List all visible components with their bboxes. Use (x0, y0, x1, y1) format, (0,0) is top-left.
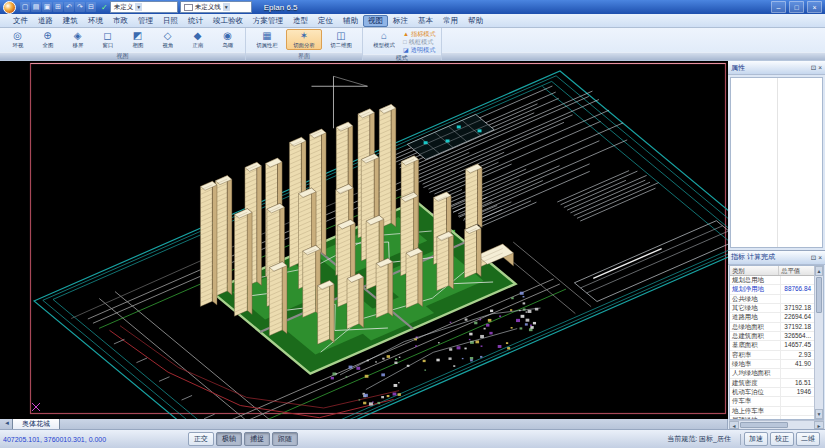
toolbar-button[interactable]: ◫ 切二维图 (323, 29, 359, 50)
toolbar-button[interactable]: ◉ 鸟瞰 (213, 29, 242, 50)
toolbar-button-label: 视角 (162, 42, 173, 48)
indicator-name: 绿地率 (730, 360, 781, 368)
indicator-row[interactable]: 地上停车率 (730, 407, 814, 416)
indicator-row[interactable]: 建筑密度 16.51 (730, 379, 814, 388)
mode-menu-item[interactable]: ◪ 透明模式 (403, 46, 436, 54)
scroll-down-icon[interactable]: ▼ (815, 409, 823, 419)
menu-item[interactable]: 环境 (83, 15, 108, 27)
status-right-button[interactable]: 校正 (770, 432, 794, 446)
quick-access-icon[interactable]: ⊞ (53, 2, 63, 12)
quick-access-icon[interactable]: ↷ (75, 2, 85, 12)
scroll-up-icon[interactable]: ▲ (815, 266, 823, 276)
scroll-right-icon[interactable]: ► (814, 421, 824, 429)
toolbar-button[interactable]: ✶ 切面分析 (286, 29, 322, 50)
quick-access-icon[interactable]: ▣ (42, 2, 52, 12)
tab-scroll-left-icon[interactable]: ◄ (2, 418, 12, 429)
menu-item[interactable]: 帮助 (463, 15, 488, 27)
menu-item[interactable]: 市政 (108, 15, 133, 27)
toolbar-button[interactable]: ◻ 窗口 (93, 29, 122, 50)
status-toggle-button[interactable]: 正交 (188, 432, 214, 446)
application-window: ▢▤▣⊞↶↷⊟ ✓ 未定义 ▼ 未定义线 ▼ Eplan 6.5 – □ × 文… (0, 0, 825, 448)
properties-panel: 属性 ⊡ × (728, 61, 825, 250)
toolbar-button[interactable]: ⊕ 全图 (33, 29, 62, 50)
close-icon[interactable]: × (818, 63, 822, 72)
maximize-button[interactable]: □ (789, 1, 804, 13)
quick-access-icon[interactable]: ⊟ (86, 2, 96, 12)
model-mode-button[interactable]: ⌂ 模型模式 (366, 29, 402, 50)
properties-list[interactable] (730, 77, 823, 248)
menu-item[interactable]: 文件 (8, 15, 33, 27)
menu-item[interactable]: 方案管理 (248, 15, 288, 27)
status-right-button[interactable]: 加速 (744, 432, 768, 446)
toolbar-button[interactable]: ◎ 环视 (3, 29, 32, 50)
toolbar-button[interactable]: ◇ 视角 (153, 29, 182, 50)
scrollbar-thumb[interactable] (740, 422, 788, 428)
quick-access-icon[interactable]: ▢ (20, 2, 30, 12)
menu-item[interactable]: 管理 (133, 15, 158, 27)
horizontal-scrollbar[interactable]: ◄ ► (729, 420, 824, 429)
menu-item[interactable]: 定位 (313, 15, 338, 27)
pin-icon[interactable]: ⊡ (811, 253, 816, 262)
toolbar-button-label: 模型模式 (373, 42, 395, 48)
indicator-row[interactable]: 绿地率 41.90 (730, 360, 814, 369)
linetype-combo[interactable]: 未定义线 ▼ (180, 1, 252, 13)
menu-item[interactable]: 竣工验收 (208, 15, 248, 27)
menu-item[interactable]: 视图 (363, 15, 388, 27)
menu-item[interactable]: 日照 (158, 15, 183, 27)
minimize-button[interactable]: – (771, 1, 786, 13)
mode-icon: ▲ (403, 31, 409, 37)
indicator-value (781, 369, 812, 377)
menu-item[interactable]: 基本 (413, 15, 438, 27)
menu-item[interactable]: 统计 (183, 15, 208, 27)
app-logo-icon[interactable] (3, 1, 16, 14)
indicator-name: 其它绿地 (730, 304, 781, 312)
toolbar-button-icon: ◩ (133, 30, 142, 42)
indicator-row[interactable]: 人均绿地面积 (730, 369, 814, 378)
status-toggle-button[interactable]: 极轴 (216, 432, 242, 446)
menu-item[interactable]: 辅助 (338, 15, 363, 27)
close-button[interactable]: × (807, 1, 822, 13)
indicator-row[interactable]: 道路用地 22694.64 2 (730, 313, 814, 322)
indicator-row[interactable]: 其它绿地 37192.18 3 (730, 304, 814, 313)
layer-combo[interactable]: 未定义 ▼ (110, 1, 178, 13)
toolbar-button[interactable]: ◩ 相图 (123, 29, 152, 50)
menu-item[interactable]: 标注 (388, 15, 413, 27)
scrollbar-thumb[interactable] (816, 277, 822, 313)
indicator-row[interactable]: 容积率 2.93 (730, 351, 814, 360)
status-toggle-button[interactable]: 捕捉 (244, 432, 270, 446)
indicators-panel-title: 指标 计算完成 (731, 252, 775, 262)
indicator-name: 总建筑面积 (730, 332, 781, 340)
vertical-scrollbar[interactable]: ▲ ▼ (814, 266, 823, 419)
close-icon[interactable]: × (818, 253, 822, 262)
linetype-combo-value: 未定义线 (195, 3, 221, 12)
indicators-panel-header: 指标 计算完成 ⊡ × (728, 251, 825, 265)
indicator-row[interactable]: 总建筑面积 326564... 3 (730, 332, 814, 341)
indicator-row[interactable]: 规划总用地 (730, 276, 814, 285)
indicator-row[interactable]: 公共绿地 (730, 295, 814, 304)
indicator-row[interactable]: 屋顶绿地 (730, 416, 814, 419)
indicator-row[interactable]: 规划净用地 88766.84 8 (730, 285, 814, 294)
menu-item[interactable]: 建筑 (58, 15, 83, 27)
indicator-name: 道路用地 (730, 313, 781, 321)
indicator-row[interactable]: 基底面积 14657.45 1 (730, 341, 814, 350)
toolbar-button-label: 环视 (12, 42, 23, 48)
toolbar-button[interactable]: ◈ 移屏 (63, 29, 92, 50)
status-toggle-button[interactable]: 跟随 (272, 432, 298, 446)
pin-icon[interactable]: ⊡ (811, 63, 816, 72)
indicator-row[interactable]: 机动车泊位 1946 (730, 388, 814, 397)
drawing-canvas[interactable] (0, 61, 727, 415)
toolbar-button-icon: ⊕ (43, 30, 51, 42)
menu-item[interactable]: 道路 (33, 15, 58, 27)
toolbar-button[interactable]: ▦ 切属性栏 (249, 29, 285, 50)
indicator-row[interactable]: 总绿地面积 37192.18 3 (730, 323, 814, 332)
properties-panel-title: 属性 (731, 63, 745, 73)
menu-item[interactable]: 造型 (288, 15, 313, 27)
status-right-button[interactable]: 二维 (796, 432, 820, 446)
toolbar-button[interactable]: ◆ 正南 (183, 29, 212, 50)
chevron-down-icon: ▼ (223, 3, 230, 11)
quick-access-icon[interactable]: ↶ (64, 2, 74, 12)
indicator-row[interactable]: 停车率 (730, 397, 814, 406)
menu-item[interactable]: 常用 (438, 15, 463, 27)
quick-access-icon[interactable]: ▤ (31, 2, 41, 12)
scroll-left-icon[interactable]: ◄ (729, 421, 739, 429)
